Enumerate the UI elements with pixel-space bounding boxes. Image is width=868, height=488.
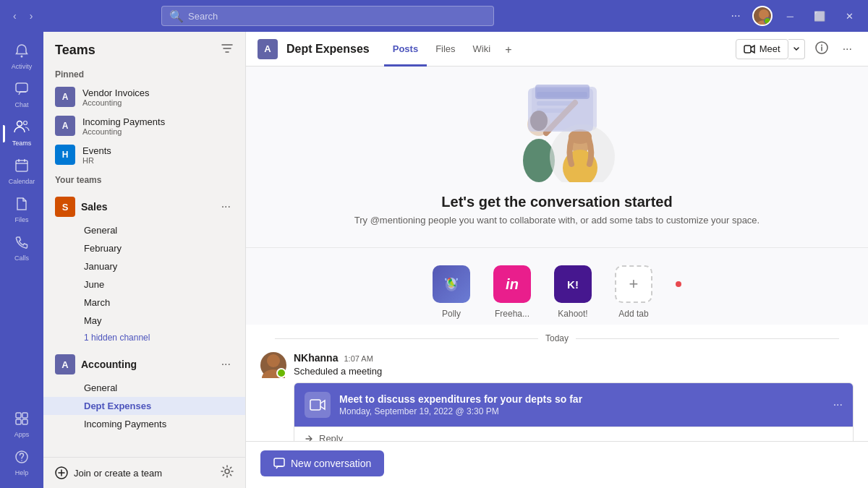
chat-label: Chat	[14, 101, 28, 108]
header-right: Meet ···	[736, 38, 856, 60]
reply-bar[interactable]: Reply	[294, 427, 853, 441]
vendor-invoices-name: Vendor Invoices	[82, 87, 150, 98]
polly-label: Polly	[442, 309, 461, 319]
settings-button[interactable]	[221, 465, 234, 481]
apps-icon	[14, 411, 29, 429]
rail-item-files[interactable]: Files	[3, 191, 41, 229]
pinned-vendor-invoices[interactable]: A Vendor Invoices Accounting	[43, 82, 245, 111]
new-conversation-area: New conversation	[246, 441, 868, 488]
sales-more-button[interactable]: ···	[218, 199, 234, 215]
titlebar: ‹ › 🔍 ··· ─ ⬜ ✕	[0, 0, 868, 32]
svg-point-0	[759, 9, 769, 20]
back-button[interactable]: ‹	[9, 7, 21, 25]
search-input[interactable]	[188, 11, 486, 22]
tab-wiki[interactable]: Wiki	[464, 33, 500, 67]
hero-bg-rect2	[535, 85, 590, 99]
meet-button-group: Meet	[736, 39, 805, 59]
app-polly[interactable]: 🦜 Polly	[433, 265, 470, 319]
your-teams-label: Your teams	[43, 169, 245, 188]
channel-info-button[interactable]	[811, 38, 833, 60]
rail-item-apps[interactable]: Apps	[3, 406, 41, 444]
close-button[interactable]: ✕	[840, 8, 859, 25]
incoming-payments-pinned-name: Incoming Payments	[82, 116, 165, 127]
svg-point-2	[21, 56, 23, 58]
accounting-more-button[interactable]: ···	[218, 356, 234, 372]
meeting-card-inner: Meet to discuss expenditures for your de…	[294, 383, 853, 427]
app-kahoot[interactable]: K! Kahoot!	[554, 265, 592, 319]
minimize-button[interactable]: ─	[781, 8, 799, 25]
app-freehand[interactable]: in Freeha...	[493, 265, 531, 319]
join-create-button[interactable]: Join or create a team	[55, 466, 162, 479]
rail-item-chat[interactable]: Chat	[3, 76, 41, 114]
chat-icon	[14, 82, 29, 100]
meet-button[interactable]: Meet	[736, 39, 788, 59]
team-accounting-header[interactable]: A Accounting ···	[43, 350, 245, 379]
messages-area: NKhanna 1:07 AM Scheduled a meeting Meet…	[246, 352, 868, 441]
svg-rect-8	[22, 413, 27, 418]
new-conversation-label: New conversation	[291, 458, 371, 469]
rail-item-activity[interactable]: Activity	[3, 38, 41, 76]
meet-dropdown-button[interactable]	[788, 39, 805, 59]
user-avatar[interactable]	[752, 6, 773, 26]
app-add-tab[interactable]: + Add tab	[615, 265, 652, 319]
kahoot-label: Kahoot!	[558, 309, 587, 319]
freehand-icon: in	[493, 265, 531, 303]
svg-rect-3	[16, 83, 27, 92]
add-tab-button[interactable]: +	[499, 33, 517, 67]
activity-label: Activity	[12, 63, 33, 70]
tab-posts[interactable]: Posts	[384, 33, 427, 67]
rail-item-calendar[interactable]: Calendar	[3, 153, 41, 191]
activity-icon	[14, 43, 29, 61]
more-button[interactable]: ···	[728, 7, 743, 25]
forward-button[interactable]: ›	[25, 7, 38, 25]
rail-item-calls[interactable]: Calls	[3, 229, 41, 267]
sales-avatar: S	[55, 197, 75, 217]
sidebar-header: Teams	[43, 32, 245, 64]
channel-header-avatar: A	[258, 39, 278, 59]
add-tab-icon[interactable]: +	[615, 265, 652, 303]
events-avatar: H	[55, 145, 75, 165]
channel-sales-february[interactable]: February	[43, 239, 245, 257]
channel-sales-june[interactable]: June	[43, 275, 245, 294]
calendar-label: Calendar	[9, 178, 35, 185]
svg-point-14	[225, 469, 229, 474]
channel-dept-expenses[interactable]: Dept Expenses	[43, 397, 245, 415]
channel-accounting-general[interactable]: General	[43, 379, 245, 397]
files-icon	[14, 197, 29, 215]
pinned-events[interactable]: H Events HR	[43, 140, 245, 169]
channel-sales-hidden[interactable]: 1 hidden channel	[43, 330, 245, 346]
channel-sales-general[interactable]: General	[43, 221, 245, 239]
tab-files[interactable]: Files	[427, 33, 464, 67]
svg-point-1	[755, 20, 773, 26]
new-conversation-button[interactable]: New conversation	[260, 450, 384, 476]
channel-sales-january[interactable]: January	[43, 257, 245, 275]
maximize-button[interactable]: ⬜	[808, 8, 831, 25]
vendor-invoices-text: Vendor Invoices Accounting	[82, 87, 150, 107]
channel-incoming-payments[interactable]: Incoming Payments	[43, 415, 245, 433]
channel-sales-march[interactable]: March	[43, 294, 245, 312]
rail-item-help[interactable]: Help	[3, 444, 41, 482]
svg-rect-10	[22, 419, 27, 424]
events-name: Events	[82, 145, 111, 156]
rail-item-teams[interactable]: Teams	[3, 114, 41, 153]
vendor-invoices-avatar: A	[55, 87, 75, 107]
incoming-payments-pinned-avatar: A	[55, 116, 75, 136]
notification-dot	[676, 281, 681, 287]
today-line-left	[275, 338, 538, 339]
team-sales-header[interactable]: S Sales ···	[43, 192, 245, 221]
sidebar-scroll: Pinned A Vendor Invoices Accounting A In…	[43, 64, 245, 457]
search-bar[interactable]: 🔍	[161, 6, 494, 26]
files-label: Files	[14, 216, 28, 223]
channel-sales-may[interactable]: May	[43, 312, 245, 330]
channel-more-button[interactable]: ···	[838, 40, 856, 59]
sidebar-filter-button[interactable]	[221, 42, 234, 58]
meeting-card: Meet to discuss expenditures for your de…	[294, 382, 854, 441]
kahoot-text: K!	[567, 278, 579, 291]
meeting-more-button[interactable]: ···	[833, 398, 843, 411]
teams-label: Teams	[12, 140, 32, 147]
events-text: Events HR	[82, 145, 111, 165]
incoming-payments-pinned-sub: Accounting	[82, 127, 165, 136]
hero-title: Let's get the conversation started	[441, 194, 672, 210]
sales-name: Sales	[81, 201, 213, 213]
pinned-incoming-payments[interactable]: A Incoming Payments Accounting	[43, 111, 245, 140]
